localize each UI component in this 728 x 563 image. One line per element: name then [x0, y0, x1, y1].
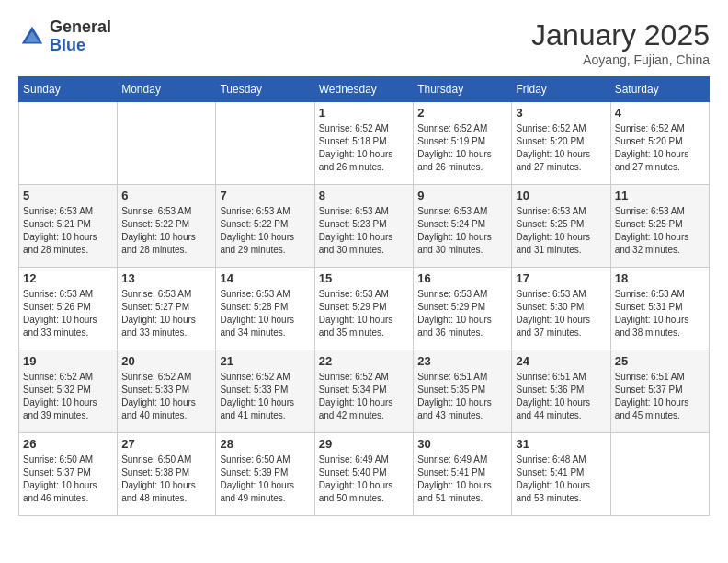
calendar-week-row: 19Sunrise: 6:52 AMSunset: 5:32 PMDayligh… — [19, 350, 710, 433]
day-info: Sunrise: 6:53 AMSunset: 5:21 PMDaylight:… — [23, 205, 113, 257]
day-number: 9 — [417, 189, 507, 202]
day-number: 12 — [23, 271, 113, 285]
title-block: January 2025 Aoyang, Fujian, China — [531, 18, 710, 67]
day-number: 28 — [220, 437, 310, 451]
calendar-cell: 24Sunrise: 6:51 AMSunset: 5:36 PMDayligh… — [512, 350, 610, 433]
day-number: 25 — [615, 354, 705, 368]
day-number: 21 — [220, 354, 310, 368]
day-info: Sunrise: 6:52 AMSunset: 5:32 PMDaylight:… — [23, 371, 113, 422]
calendar-cell: 21Sunrise: 6:52 AMSunset: 5:33 PMDayligh… — [216, 350, 314, 433]
calendar-cell: 14Sunrise: 6:53 AMSunset: 5:28 PMDayligh… — [216, 268, 314, 350]
calendar-cell: 22Sunrise: 6:52 AMSunset: 5:34 PMDayligh… — [314, 350, 414, 433]
day-number: 16 — [417, 271, 507, 285]
calendar-week-row: 1Sunrise: 6:52 AMSunset: 5:18 PMDaylight… — [19, 102, 710, 185]
day-number: 13 — [121, 271, 211, 285]
day-info: Sunrise: 6:53 AMSunset: 5:31 PMDaylight:… — [615, 288, 705, 339]
calendar-cell: 6Sunrise: 6:53 AMSunset: 5:22 PMDaylight… — [118, 185, 216, 268]
day-info: Sunrise: 6:53 AMSunset: 5:29 PMDaylight:… — [319, 288, 410, 339]
day-number: 17 — [516, 271, 606, 285]
calendar-cell: 17Sunrise: 6:53 AMSunset: 5:30 PMDayligh… — [512, 268, 610, 350]
day-number: 8 — [319, 189, 410, 202]
day-info: Sunrise: 6:53 AMSunset: 5:30 PMDaylight:… — [516, 288, 606, 339]
day-info: Sunrise: 6:48 AMSunset: 5:41 PMDaylight:… — [516, 454, 606, 505]
day-info: Sunrise: 6:52 AMSunset: 5:19 PMDaylight:… — [417, 122, 507, 174]
day-number: 30 — [417, 437, 507, 451]
calendar-cell: 10Sunrise: 6:53 AMSunset: 5:25 PMDayligh… — [512, 185, 610, 268]
calendar-cell: 11Sunrise: 6:53 AMSunset: 5:25 PMDayligh… — [610, 185, 709, 268]
day-number: 4 — [615, 106, 705, 120]
day-number: 20 — [121, 354, 211, 368]
day-number: 23 — [417, 354, 507, 368]
day-info: Sunrise: 6:52 AMSunset: 5:34 PMDaylight:… — [319, 371, 410, 422]
day-number: 10 — [516, 189, 606, 202]
day-info: Sunrise: 6:50 AMSunset: 5:37 PMDaylight:… — [23, 454, 113, 505]
logo-icon — [18, 23, 46, 51]
day-number: 6 — [121, 189, 211, 202]
calendar-week-row: 5Sunrise: 6:53 AMSunset: 5:21 PMDaylight… — [19, 185, 710, 268]
day-info: Sunrise: 6:53 AMSunset: 5:22 PMDaylight:… — [220, 205, 310, 257]
day-number: 24 — [516, 354, 606, 368]
weekday-header: Wednesday — [314, 77, 414, 102]
day-info: Sunrise: 6:53 AMSunset: 5:22 PMDaylight:… — [121, 205, 211, 257]
day-info: Sunrise: 6:49 AMSunset: 5:41 PMDaylight:… — [417, 454, 507, 505]
calendar-cell: 2Sunrise: 6:52 AMSunset: 5:19 PMDaylight… — [414, 102, 512, 185]
day-info: Sunrise: 6:52 AMSunset: 5:33 PMDaylight:… — [121, 371, 211, 422]
logo: General Blue — [18, 18, 111, 55]
day-info: Sunrise: 6:52 AMSunset: 5:33 PMDaylight:… — [220, 371, 310, 422]
calendar-cell — [610, 433, 709, 516]
day-number: 2 — [417, 106, 507, 120]
weekday-header: Thursday — [414, 77, 512, 102]
day-info: Sunrise: 6:53 AMSunset: 5:27 PMDaylight:… — [121, 288, 211, 339]
logo-general: General — [50, 17, 111, 36]
day-number: 1 — [319, 106, 410, 120]
day-number: 27 — [121, 437, 211, 451]
calendar-cell: 1Sunrise: 6:52 AMSunset: 5:18 PMDaylight… — [314, 102, 414, 185]
logo-blue: Blue — [50, 36, 85, 54]
day-number: 14 — [220, 271, 310, 285]
calendar-cell: 23Sunrise: 6:51 AMSunset: 5:35 PMDayligh… — [414, 350, 512, 433]
day-info: Sunrise: 6:53 AMSunset: 5:24 PMDaylight:… — [417, 205, 507, 257]
calendar-cell: 8Sunrise: 6:53 AMSunset: 5:23 PMDaylight… — [314, 185, 414, 268]
weekday-header: Tuesday — [216, 77, 314, 102]
calendar-cell: 19Sunrise: 6:52 AMSunset: 5:32 PMDayligh… — [19, 350, 118, 433]
day-number: 19 — [23, 354, 113, 368]
calendar-cell: 28Sunrise: 6:50 AMSunset: 5:39 PMDayligh… — [216, 433, 314, 516]
day-info: Sunrise: 6:51 AMSunset: 5:37 PMDaylight:… — [615, 371, 705, 422]
day-info: Sunrise: 6:50 AMSunset: 5:39 PMDaylight:… — [220, 454, 310, 505]
day-info: Sunrise: 6:52 AMSunset: 5:18 PMDaylight:… — [319, 122, 410, 174]
day-number: 3 — [516, 106, 606, 120]
day-info: Sunrise: 6:51 AMSunset: 5:36 PMDaylight:… — [516, 371, 606, 422]
calendar-week-row: 12Sunrise: 6:53 AMSunset: 5:26 PMDayligh… — [19, 268, 710, 350]
calendar-cell: 12Sunrise: 6:53 AMSunset: 5:26 PMDayligh… — [19, 268, 118, 350]
day-info: Sunrise: 6:52 AMSunset: 5:20 PMDaylight:… — [516, 122, 606, 174]
calendar-cell: 3Sunrise: 6:52 AMSunset: 5:20 PMDaylight… — [512, 102, 610, 185]
day-number: 26 — [23, 437, 113, 451]
calendar-cell: 4Sunrise: 6:52 AMSunset: 5:20 PMDaylight… — [610, 102, 709, 185]
calendar-cell: 20Sunrise: 6:52 AMSunset: 5:33 PMDayligh… — [118, 350, 216, 433]
day-info: Sunrise: 6:53 AMSunset: 5:26 PMDaylight:… — [23, 288, 113, 339]
weekday-header: Sunday — [19, 77, 118, 102]
calendar-cell — [19, 102, 118, 185]
logo-text: General Blue — [50, 18, 111, 55]
day-number: 18 — [615, 271, 705, 285]
day-info: Sunrise: 6:53 AMSunset: 5:25 PMDaylight:… — [615, 205, 705, 257]
day-info: Sunrise: 6:53 AMSunset: 5:28 PMDaylight:… — [220, 288, 310, 339]
day-number: 5 — [23, 189, 113, 202]
day-info: Sunrise: 6:53 AMSunset: 5:29 PMDaylight:… — [417, 288, 507, 339]
weekday-header: Friday — [512, 77, 610, 102]
calendar-cell: 30Sunrise: 6:49 AMSunset: 5:41 PMDayligh… — [414, 433, 512, 516]
calendar-cell — [118, 102, 216, 185]
calendar-cell: 29Sunrise: 6:49 AMSunset: 5:40 PMDayligh… — [314, 433, 414, 516]
calendar-cell: 16Sunrise: 6:53 AMSunset: 5:29 PMDayligh… — [414, 268, 512, 350]
page-header: General Blue January 2025 Aoyang, Fujian… — [18, 18, 710, 67]
location-subtitle: Aoyang, Fujian, China — [531, 52, 710, 67]
calendar-cell: 13Sunrise: 6:53 AMSunset: 5:27 PMDayligh… — [118, 268, 216, 350]
calendar-cell: 27Sunrise: 6:50 AMSunset: 5:38 PMDayligh… — [118, 433, 216, 516]
day-number: 29 — [319, 437, 410, 451]
calendar-cell: 15Sunrise: 6:53 AMSunset: 5:29 PMDayligh… — [314, 268, 414, 350]
calendar-week-row: 26Sunrise: 6:50 AMSunset: 5:37 PMDayligh… — [19, 433, 710, 516]
calendar-cell: 9Sunrise: 6:53 AMSunset: 5:24 PMDaylight… — [414, 185, 512, 268]
calendar-cell: 25Sunrise: 6:51 AMSunset: 5:37 PMDayligh… — [610, 350, 709, 433]
month-title: January 2025 — [531, 18, 710, 52]
day-info: Sunrise: 6:53 AMSunset: 5:25 PMDaylight:… — [516, 205, 606, 257]
